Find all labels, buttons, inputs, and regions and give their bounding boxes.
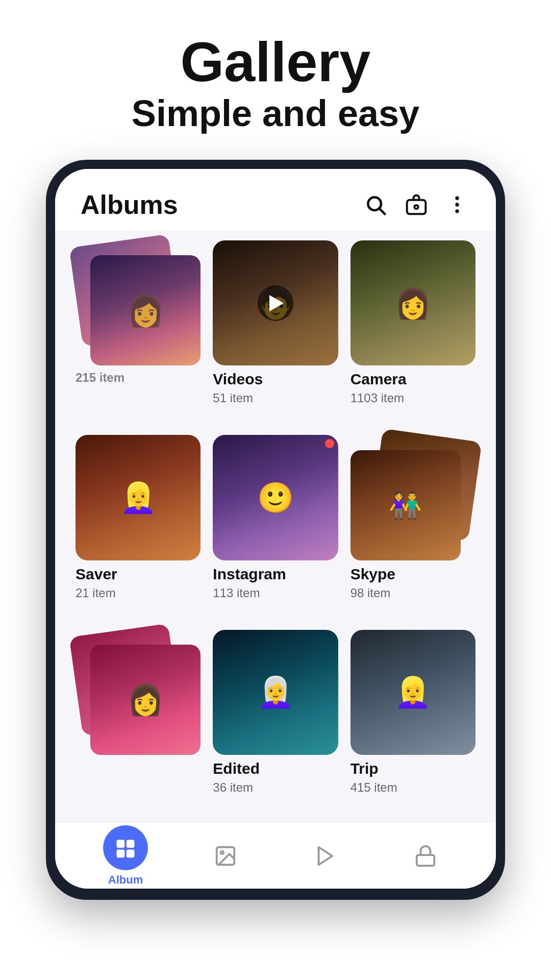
album-item-all[interactable]: 👩 215 item	[76, 240, 201, 423]
svg-rect-2	[407, 200, 426, 214]
page-title: Albums	[81, 189, 178, 220]
album-nav-icon-wrap	[103, 825, 148, 870]
svg-point-3	[414, 205, 418, 209]
svg-rect-10	[127, 849, 135, 857]
album-count-videos: 51 item	[213, 391, 338, 405]
svg-rect-9	[117, 849, 125, 857]
album-name-videos: Videos	[213, 371, 338, 388]
album-item-videos[interactable]: 🧑 Videos 51 item	[213, 240, 338, 423]
album-name-trip: Trip	[350, 760, 475, 777]
phone-screen: Albums	[55, 169, 496, 889]
bottom-navigation: Album	[55, 822, 496, 889]
album-name-saver: Saver	[76, 566, 201, 583]
album-count-instagram: 113 item	[213, 586, 338, 600]
album-item-skype[interactable]: 👫 Skype 98 item	[350, 435, 475, 617]
svg-rect-7	[117, 840, 125, 848]
album-item-saver[interactable]: 👱‍♀️ Saver 21 item	[76, 435, 201, 617]
hero-subtitle: Simple and easy	[132, 92, 419, 134]
app-header: Albums	[55, 169, 496, 230]
svg-rect-8	[127, 840, 135, 848]
videos-nav-icon-wrap	[303, 834, 348, 878]
svg-point-6	[455, 209, 459, 213]
album-name-instagram: Instagram	[213, 566, 338, 583]
svg-rect-14	[417, 855, 435, 866]
album-item-edited[interactable]: 👩‍🦳 Edited 36 item	[213, 630, 338, 812]
svg-point-5	[455, 203, 459, 206]
camera-lock-button[interactable]	[403, 191, 430, 218]
nav-videos[interactable]	[295, 834, 356, 878]
nav-photos[interactable]	[195, 834, 256, 878]
svg-line-1	[380, 209, 385, 214]
nav-privacy[interactable]	[395, 834, 456, 878]
privacy-nav-icon-wrap	[403, 834, 448, 878]
photos-nav-icon-wrap	[203, 834, 248, 878]
album-count-skype: 98 item	[350, 586, 475, 600]
album-name-all: 215 item	[76, 371, 201, 385]
play-icon	[258, 285, 293, 321]
album-item-trip[interactable]: 👱‍♀️ Trip 415 item	[350, 630, 475, 812]
nav-album[interactable]: Album	[95, 825, 156, 887]
album-item-camera[interactable]: 👩 Camera 1103 item	[350, 240, 475, 423]
phone-frame: Albums	[46, 160, 505, 900]
svg-point-12	[220, 851, 223, 854]
search-button[interactable]	[362, 191, 389, 218]
album-name-skype: Skype	[350, 566, 475, 583]
album-count-edited: 36 item	[213, 780, 338, 795]
hero-title: Gallery	[180, 31, 370, 92]
album-item-instagram[interactable]: 🙂 Instagram 113 item	[213, 435, 338, 617]
album-item-party2[interactable]: 👩	[76, 630, 201, 812]
svg-marker-13	[319, 847, 333, 865]
albums-grid: 👩 215 item 🧑 Videos 51 item	[55, 230, 496, 822]
album-name-edited: Edited	[213, 760, 338, 777]
album-count-camera: 1103 item	[350, 391, 475, 405]
more-options-button[interactable]	[444, 191, 470, 218]
album-name-camera: Camera	[350, 371, 475, 388]
notification-dot	[325, 439, 334, 448]
header-actions	[362, 191, 470, 218]
album-nav-label: Album	[108, 873, 143, 887]
album-count-trip: 415 item	[350, 780, 475, 795]
svg-point-4	[455, 197, 459, 200]
album-count-saver: 21 item	[76, 586, 201, 600]
